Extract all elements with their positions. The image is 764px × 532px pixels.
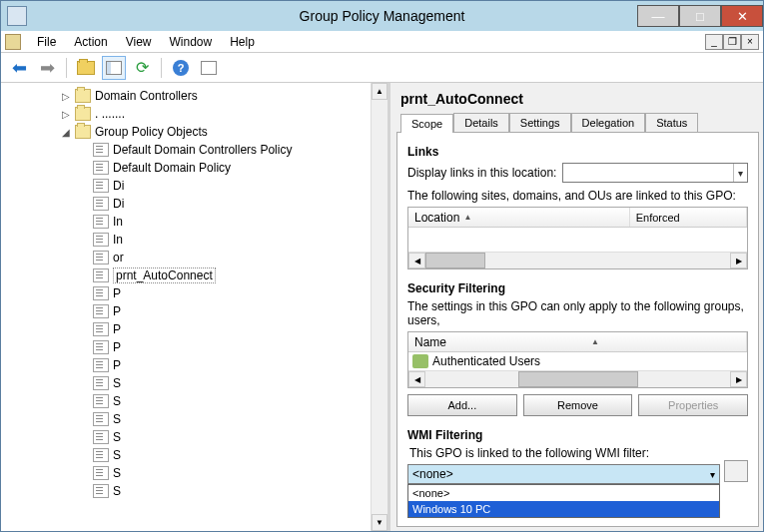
tree-item[interactable]: P [61, 356, 387, 374]
scroll-thumb[interactable] [518, 371, 638, 387]
tab-strip: Scope Details Settings Delegation Status [396, 113, 759, 132]
show-tree-button[interactable] [102, 56, 126, 80]
menu-file[interactable]: File [29, 33, 64, 51]
col-enforced[interactable]: Enforced [630, 208, 747, 227]
table-icon [201, 61, 217, 75]
wmi-option-none[interactable]: <none> [408, 485, 719, 501]
scroll-up-button[interactable]: ▲ [372, 83, 387, 100]
tree-item[interactable]: In [61, 213, 387, 231]
security-entry-label: Authenticated Users [432, 354, 540, 368]
gpo-icon [93, 412, 109, 426]
tree-item-label: or [113, 251, 124, 265]
help-icon: ? [173, 60, 189, 76]
remove-button[interactable]: Remove [523, 394, 633, 416]
add-button[interactable]: Add... [407, 394, 517, 416]
tab-settings[interactable]: Settings [509, 113, 571, 132]
properties-button[interactable] [197, 56, 221, 80]
refresh-icon: ⟳ [136, 58, 149, 77]
minimize-button[interactable]: — [637, 5, 679, 27]
col-location[interactable]: Location▲ [408, 208, 630, 227]
help-button[interactable]: ? [169, 56, 193, 80]
refresh-button[interactable]: ⟳ [130, 56, 154, 80]
close-button[interactable]: ✕ [721, 5, 763, 27]
scroll-left-button[interactable]: ◀ [408, 371, 425, 387]
wmi-filter-dropdown[interactable]: <none> Windows 10 PC [407, 484, 720, 518]
arrow-left-icon: ⬅ [12, 57, 27, 79]
wmi-option-win10[interactable]: Windows 10 PC [408, 501, 719, 517]
gpo-icon [93, 215, 109, 229]
gpo-icon [93, 484, 109, 498]
col-name[interactable]: Name▲ [408, 332, 747, 351]
tree-scrollbar[interactable]: ▲ ▼ [371, 83, 387, 531]
tree-item[interactable]: P [61, 302, 387, 320]
security-hscrollbar[interactable]: ◀ ▶ [408, 370, 747, 387]
twisty-icon[interactable]: ◢ [61, 127, 71, 138]
sort-asc-icon: ▲ [463, 213, 471, 222]
tree-item[interactable]: In [61, 231, 387, 249]
scroll-left-button[interactable]: ◀ [408, 253, 425, 268]
tree-view-icon [106, 61, 122, 75]
mdi-minimize-button[interactable]: _ [705, 34, 723, 50]
tab-status[interactable]: Status [645, 113, 698, 132]
menu-bar: File Action View Window Help _ ❐ × [1, 31, 763, 53]
tree-item[interactable]: Default Domain Controllers Policy [61, 141, 387, 159]
scroll-thumb[interactable] [425, 253, 485, 268]
tree-item[interactable]: Di [61, 195, 387, 213]
back-button[interactable]: ⬅ [7, 56, 31, 80]
tree-item[interactable]: Default Domain Policy [61, 159, 387, 177]
wmi-filter-select[interactable]: <none> ▾ [407, 464, 720, 484]
properties-button[interactable]: Properties [638, 394, 748, 416]
tree-item[interactable]: S [61, 446, 387, 464]
tree-item-label: S [113, 484, 121, 498]
tree-item[interactable]: S [61, 464, 387, 482]
tree-item-label: S [113, 376, 121, 390]
twisty-icon[interactable]: ▷ [61, 91, 71, 102]
wmi-open-button[interactable] [724, 460, 748, 482]
links-listview[interactable]: Location▲ Enforced ◀ ▶ [407, 207, 748, 269]
gpo-icon [93, 268, 109, 282]
scroll-track[interactable] [372, 100, 387, 514]
wmi-heading: WMI Filtering [407, 428, 748, 442]
tree-item[interactable]: S [61, 410, 387, 428]
tree-item[interactable]: S [61, 428, 387, 446]
up-folder-button[interactable] [74, 56, 98, 80]
scroll-right-button[interactable]: ▶ [730, 371, 747, 387]
links-location-select[interactable]: ▾ [562, 163, 748, 183]
folder-icon [75, 89, 91, 103]
maximize-button[interactable]: □ [679, 5, 721, 27]
tree-item[interactable]: or [61, 249, 387, 266]
tree-item-label: S [113, 394, 121, 408]
forward-button[interactable]: ➡ [35, 56, 59, 80]
menu-help[interactable]: Help [222, 33, 263, 51]
title-bar: Group Policy Management — □ ✕ [1, 1, 763, 31]
menu-window[interactable]: Window [162, 33, 221, 51]
tab-delegation[interactable]: Delegation [571, 113, 646, 132]
links-desc: The following sites, domains, and OUs ar… [407, 189, 748, 203]
tab-scope[interactable]: Scope [400, 114, 453, 133]
tree-item[interactable]: P [61, 338, 387, 356]
mdi-restore-button[interactable]: ❐ [723, 34, 741, 50]
tree-item[interactable]: Di [61, 177, 387, 195]
tree-item[interactable]: P [61, 284, 387, 302]
tree-item[interactable]: P [61, 320, 387, 338]
security-entry[interactable]: Authenticated Users [408, 352, 747, 370]
mdi-close-button[interactable]: × [741, 34, 759, 50]
links-hscrollbar[interactable]: ◀ ▶ [408, 252, 747, 268]
menu-action[interactable]: Action [66, 33, 115, 51]
tree-item[interactable]: S [61, 482, 387, 500]
menu-view[interactable]: View [118, 33, 160, 51]
tab-details[interactable]: Details [453, 113, 509, 132]
toolbar: ⬅ ➡ ⟳ ? [1, 53, 763, 83]
tree-item[interactable]: S [61, 374, 387, 392]
tree-item[interactable]: prnt_AutoConnect [61, 266, 387, 284]
tree-item[interactable]: S [61, 392, 387, 410]
tree-pane[interactable]: ▷Domain Controllers▷. .......◢Group Poli… [1, 83, 390, 531]
tree-item[interactable]: ▷Domain Controllers [61, 87, 387, 105]
app-icon [7, 6, 27, 26]
separator [161, 58, 162, 78]
tree-item[interactable]: ◢Group Policy Objects [61, 123, 387, 141]
scroll-right-button[interactable]: ▶ [730, 253, 747, 268]
scroll-down-button[interactable]: ▼ [372, 514, 387, 531]
security-listview[interactable]: Name▲ Authenticated Users ◀ ▶ [407, 331, 748, 388]
tab-body: Links Display links in this location: ▾ … [396, 132, 759, 527]
